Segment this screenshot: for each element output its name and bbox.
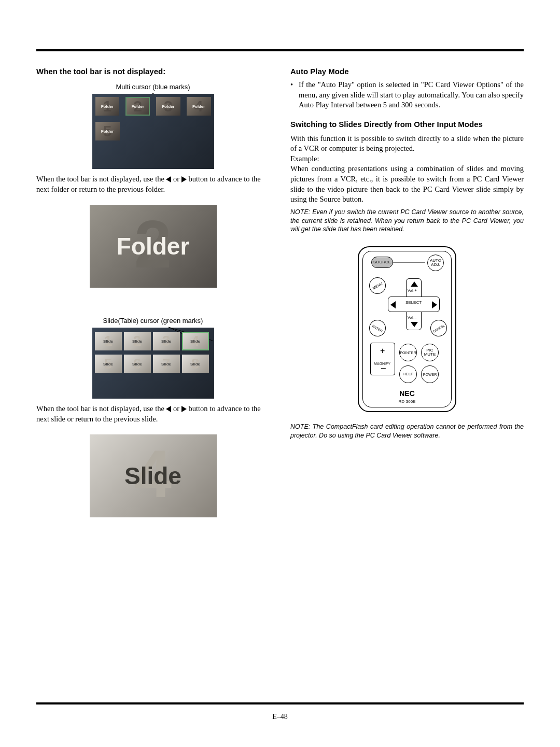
top-rule [36,49,524,51]
remote-picmute-button: PIC MUTE [421,344,439,361]
up-arrow-icon [411,281,418,287]
caption-multi-cursor: Multi cursor (blue marks) [70,83,236,91]
heading-toolbar-not-displayed: When the tool bar is not displayed: [36,67,270,76]
remote-autoadj-button: AUTO ADJ. [427,255,444,271]
heading-switching: Switching to Slides Directly from Other … [290,120,524,129]
slide-thumb-5: 5Slide [95,355,122,373]
switch-para-2: When conducting presentations using a co… [290,164,524,204]
right-arrow-icon-remote [432,301,437,308]
magnify-minus-icon: – [381,363,386,373]
left-arrow-icon-remote [390,301,396,308]
folder-thumb-5: 5Folder [95,122,120,140]
remote-help-button: HELP [399,365,417,383]
caption-slide-cursor-text: Slide(Table) cursor (green marks) [103,317,203,325]
right-arrow-icon [181,176,187,182]
slide-advance-paragraph: When the tool bar is not displayed, use … [36,404,270,424]
remote-model: RD-366E [359,399,455,404]
caption-multi-cursor-text: Multi cursor (blue marks) [116,83,190,91]
folder-advance-paragraph: When the tool bar is not displayed, use … [36,174,270,194]
remote-select-label: SELECT [405,300,422,305]
bullet-dot: • [290,80,299,110]
remote-power-button: POWER [421,365,439,383]
left-arrow-icon-2 [166,406,171,412]
slide-grid: 1Slide 2Slide 3Slide 4Slide 5Slide 6Slid… [92,328,214,399]
folder-grid: 1Folder 2Folder 3Folder 4Folder 5Folder [92,94,214,169]
magnify-plus-icon: + [380,346,385,356]
remote-vol-minus: Vol. – [408,316,417,319]
left-column: When the tool bar is not displayed: Mult… [36,67,270,524]
autoplay-bullet: • If the "Auto Play" option is selected … [290,80,524,110]
folder-large-preview: 2 Folder [90,205,217,288]
switch-para-1: With this function it is possible to swi… [290,134,524,154]
folder-thumb-3: 3Folder [156,97,180,116]
remote-source-button: SOURCE [371,257,393,268]
slide-thumb-8: 8Slide [182,355,209,373]
heading-autoplay: Auto Play Mode [290,67,524,76]
folder-thumb-2: 2Folder [125,97,150,116]
note-retained-slide: NOTE: Even if you switch the current PC … [290,208,524,234]
remote-control-diagram: SOURCE AUTO ADJ. MENU SELECT Vol. + Vol.… [358,246,456,412]
switch-example-label: Example: [290,154,524,164]
slide-thumb-3: 3Slide [153,332,180,350]
remote-magnify-box: + MAGNIFY – [370,343,395,375]
slide-thumb-7: 7Slide [153,355,180,373]
slide-large-preview: 4 Slide [90,434,217,517]
down-arrow-icon [411,322,418,327]
folder-thumb-4: 4Folder [187,97,211,116]
remote-pointer-button: POINTER [399,344,417,361]
slide-thumb-1: 1Slide [95,332,122,350]
remote-brand: NEC [359,389,455,398]
folder-large-label: Folder [117,232,190,260]
main-columns: When the tool bar is not displayed: Mult… [36,67,524,524]
slide-thumb-2: 2Slide [124,332,151,350]
left-arrow-icon [166,176,171,182]
folder-thumb-1: 1Folder [95,97,120,116]
bottom-rule [36,702,524,704]
autoplay-bullet-text: If the "Auto Play" option is selected in… [299,80,524,110]
page-number: E–48 [0,713,560,721]
right-column: Auto Play Mode • If the "Auto Play" opti… [290,67,524,524]
slide-thumb-4: 4Slide [182,332,209,350]
right-arrow-icon-2 [181,406,187,412]
caption-slide-cursor: Slide(Table) cursor (green marks) [70,317,236,325]
slide-large-label: Slide [124,462,181,490]
note-compactflash: NOTE: The CompactFlash card editing oper… [290,422,524,440]
slide-thumb-6: 6Slide [124,355,151,373]
remote-vol-plus: Vol. + [408,289,417,292]
